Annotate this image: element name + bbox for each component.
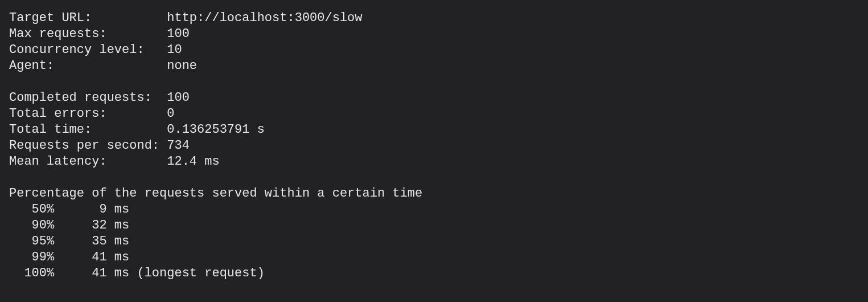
config-line-1: Max requests: 100 (9, 27, 190, 41)
result-line-3: Requests per second: 734 (9, 138, 190, 153)
result-line-2: Total time: 0.136253791 s (9, 123, 265, 137)
percentile-line-3: 99% 41 ms (9, 250, 129, 264)
result-line-0: Completed requests: 100 (9, 91, 190, 105)
config-line-2: Concurrency level: 10 (9, 43, 182, 57)
result-line-4: Mean latency: 12.4 ms (9, 154, 220, 169)
config-line-0: Target URL: http://localhost:3000/slow (9, 11, 363, 25)
config-line-3: Agent: none (9, 59, 197, 73)
result-line-1: Total errors: 0 (9, 107, 174, 121)
terminal-output: Target URL: http://localhost:3000/slow M… (0, 0, 868, 281)
percentile-line-2: 95% 35 ms (9, 234, 129, 248)
percentile-line-4: 100% 41 ms (longest request) (9, 266, 265, 280)
percentiles-header: Percentage of the requests served within… (9, 186, 422, 201)
percentile-line-1: 90% 32 ms (9, 218, 129, 232)
percentile-line-0: 50% 9 ms (9, 202, 129, 217)
